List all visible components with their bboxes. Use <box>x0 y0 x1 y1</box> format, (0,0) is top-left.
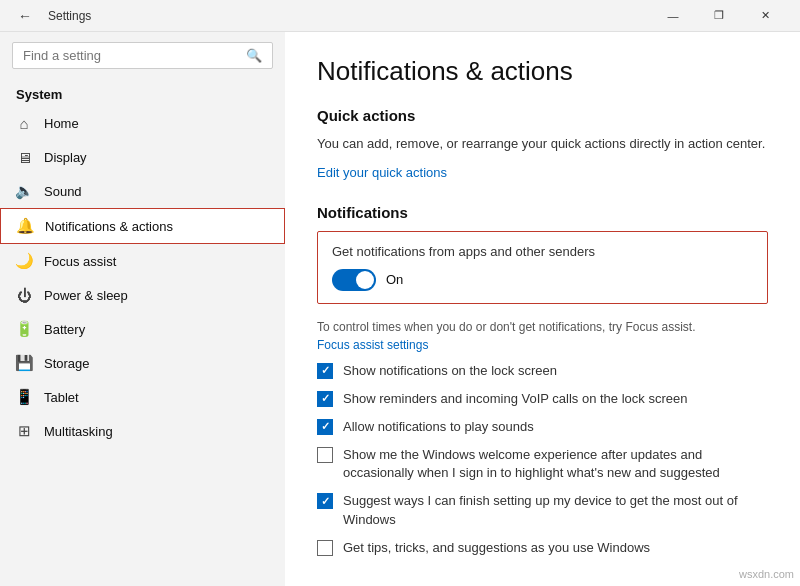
sidebar-item-sound[interactable]: 🔈 Sound <box>0 174 285 208</box>
checkbox-list: Show notifications on the lock screen Sh… <box>317 362 768 558</box>
toggle-label: On <box>386 272 403 287</box>
sidebar-item-focus-assist[interactable]: 🌙 Focus assist <box>0 244 285 278</box>
sidebar-item-label-focus-assist: Focus assist <box>44 254 116 269</box>
sidebar-items-container: ⌂ Home 🖥 Display 🔈 Sound 🔔 Notifications… <box>0 106 285 448</box>
watermark: wsxdn.com <box>739 568 794 580</box>
checkbox-label-lock-screen: Show notifications on the lock screen <box>343 362 557 380</box>
sidebar-item-tablet[interactable]: 📱 Tablet <box>0 380 285 414</box>
sidebar-item-label-notifications: Notifications & actions <box>45 219 173 234</box>
sidebar-item-power-sleep[interactable]: ⏻ Power & sleep <box>0 278 285 312</box>
sidebar-item-label-multitasking: Multitasking <box>44 424 113 439</box>
checkbox-label-voip: Show reminders and incoming VoIP calls o… <box>343 390 687 408</box>
maximize-button[interactable]: ❐ <box>696 0 742 32</box>
checkbox-item-voip: Show reminders and incoming VoIP calls o… <box>317 390 768 408</box>
multitasking-icon: ⊞ <box>16 423 32 439</box>
sidebar-item-label-storage: Storage <box>44 356 90 371</box>
focus-assist-link[interactable]: Focus assist settings <box>317 338 428 352</box>
toggle-row: On <box>332 269 753 291</box>
checkbox-welcome[interactable] <box>317 447 333 463</box>
notifications-toggle-box: Get notifications from apps and other se… <box>317 231 768 304</box>
display-icon: 🖥 <box>16 149 32 165</box>
checkbox-label-welcome: Show me the Windows welcome experience a… <box>343 446 768 482</box>
power-sleep-icon: ⏻ <box>16 287 32 303</box>
sidebar-item-label-sound: Sound <box>44 184 82 199</box>
search-icon: 🔍 <box>246 48 262 63</box>
sidebar-item-battery[interactable]: 🔋 Battery <box>0 312 285 346</box>
titlebar-controls: — ❐ ✕ <box>650 0 788 32</box>
page-title: Notifications & actions <box>317 56 768 87</box>
notifications-toggle[interactable] <box>332 269 376 291</box>
sidebar-section-label: System <box>0 79 285 106</box>
notifications-icon: 🔔 <box>17 218 33 234</box>
tablet-icon: 📱 <box>16 389 32 405</box>
notifications-section: Notifications Get notifications from app… <box>317 204 768 558</box>
sidebar-item-label-home: Home <box>44 116 79 131</box>
content-area: Notifications & actions Quick actions Yo… <box>285 32 800 586</box>
checkbox-tips[interactable] <box>317 540 333 556</box>
sidebar-item-home[interactable]: ⌂ Home <box>0 106 285 140</box>
checkbox-lock-screen[interactable] <box>317 363 333 379</box>
sidebar-item-label-power-sleep: Power & sleep <box>44 288 128 303</box>
quick-actions-heading: Quick actions <box>317 107 768 124</box>
edit-quick-actions-link[interactable]: Edit your quick actions <box>317 165 447 180</box>
sidebar-item-label-display: Display <box>44 150 87 165</box>
checkbox-voip[interactable] <box>317 391 333 407</box>
sidebar-item-label-tablet: Tablet <box>44 390 79 405</box>
focus-assist-hint: To control times when you do or don't ge… <box>317 318 768 354</box>
titlebar-title: Settings <box>48 9 650 23</box>
checkbox-label-suggest: Suggest ways I can finish setting up my … <box>343 492 768 528</box>
back-button[interactable]: ← <box>12 6 38 26</box>
checkbox-item-welcome: Show me the Windows welcome experience a… <box>317 446 768 482</box>
focus-hint-text: To control times when you do or don't ge… <box>317 320 695 334</box>
search-box[interactable]: 🔍 <box>12 42 273 69</box>
sidebar-item-label-battery: Battery <box>44 322 85 337</box>
checkbox-label-tips: Get tips, tricks, and suggestions as you… <box>343 539 650 557</box>
main-layout: 🔍 System ⌂ Home 🖥 Display 🔈 Sound 🔔 Noti… <box>0 32 800 586</box>
battery-icon: 🔋 <box>16 321 32 337</box>
sound-icon: 🔈 <box>16 183 32 199</box>
sidebar: 🔍 System ⌂ Home 🖥 Display 🔈 Sound 🔔 Noti… <box>0 32 285 586</box>
checkbox-item-lock-screen: Show notifications on the lock screen <box>317 362 768 380</box>
home-icon: ⌂ <box>16 115 32 131</box>
sidebar-item-multitasking[interactable]: ⊞ Multitasking <box>0 414 285 448</box>
quick-actions-desc: You can add, remove, or rearrange your q… <box>317 134 768 154</box>
minimize-button[interactable]: — <box>650 0 696 32</box>
sidebar-item-storage[interactable]: 💾 Storage <box>0 346 285 380</box>
search-input[interactable] <box>23 48 246 63</box>
focus-assist-icon: 🌙 <box>16 253 32 269</box>
close-button[interactable]: ✕ <box>742 0 788 32</box>
checkbox-item-suggest: Suggest ways I can finish setting up my … <box>317 492 768 528</box>
checkbox-suggest[interactable] <box>317 493 333 509</box>
sidebar-item-notifications[interactable]: 🔔 Notifications & actions <box>0 208 285 244</box>
notif-box-label: Get notifications from apps and other se… <box>332 244 753 259</box>
checkbox-item-sounds: Allow notifications to play sounds <box>317 418 768 436</box>
checkbox-item-tips: Get tips, tricks, and suggestions as you… <box>317 539 768 557</box>
storage-icon: 💾 <box>16 355 32 371</box>
notifications-heading: Notifications <box>317 204 768 221</box>
checkbox-label-sounds: Allow notifications to play sounds <box>343 418 534 436</box>
checkbox-sounds[interactable] <box>317 419 333 435</box>
titlebar: ← Settings — ❐ ✕ <box>0 0 800 32</box>
sidebar-item-display[interactable]: 🖥 Display <box>0 140 285 174</box>
